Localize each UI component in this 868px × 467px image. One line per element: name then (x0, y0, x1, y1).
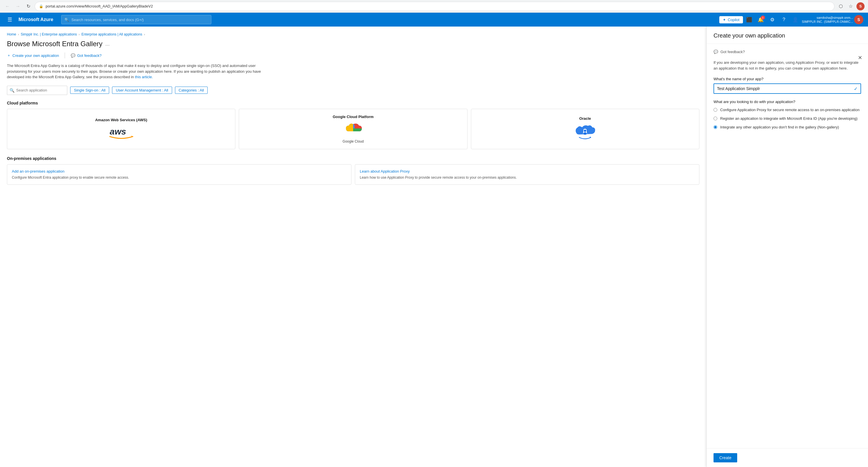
copilot-label: Copilot (728, 18, 739, 22)
user-avatar[interactable]: S (854, 15, 863, 24)
oracle-card[interactable]: Oracle (471, 109, 700, 149)
aws-logo: aws (108, 124, 134, 140)
breadcrumb-home[interactable]: Home (7, 32, 16, 36)
panel-body: 💬 Got feedback? If you are developing yo… (707, 44, 868, 448)
help-button[interactable]: ? (779, 14, 789, 25)
cloud-platforms-grid: Amazon Web Services (AWS) aws Google Clo… (7, 109, 700, 149)
app-name-input-wrap[interactable]: ✓ (714, 84, 861, 94)
onprem-card-1[interactable]: Learn about Application Proxy Learn how … (355, 164, 700, 185)
panel-feedback-row: 💬 Got feedback? (714, 49, 861, 54)
svg-marker-3 (590, 136, 591, 138)
panel-footer: Create (707, 448, 868, 467)
svg-text:aws: aws (110, 127, 126, 136)
copilot-button[interactable]: ✦ Copilot (719, 16, 743, 23)
panel-title: Create your own application (714, 32, 861, 39)
breadcrumb: Home › Simpplr Inc. | Enterprise applica… (7, 32, 700, 36)
onprem-card-title-0: Add an on-premises application (12, 169, 346, 173)
panel-feedback-label: Got feedback? (720, 49, 745, 54)
description-link[interactable]: this article. (135, 75, 153, 79)
breadcrumb-section[interactable]: Enterprise applications | All applicatio… (82, 32, 142, 36)
copilot-icon: ✦ (723, 18, 726, 22)
radio-opt3-label[interactable]: Integrate any other application you don'… (720, 125, 839, 130)
reload-button[interactable]: ↻ (24, 2, 32, 10)
onprem-card-desc-0: Configure Microsoft Entra application pr… (12, 175, 346, 180)
search-input[interactable] (16, 88, 65, 92)
lock-icon: 🔒 (39, 4, 43, 8)
onprem-grid: Add an on-premises application Configure… (7, 164, 700, 185)
onprem-card-title-1: Learn about Application Proxy (360, 169, 694, 173)
cloud-shell-button[interactable]: ⬛ (744, 14, 754, 25)
radio-option-2: Integrate any other application you don'… (714, 125, 861, 130)
azure-top-nav: ☰ Microsoft Azure 🔍 ✦ Copilot ⬛ 🔔 1 ⚙ ? … (0, 13, 868, 27)
main-layout: Home › Simpplr Inc. | Enterprise applica… (0, 27, 868, 467)
app-name-label: What's the name of your app? (714, 77, 861, 81)
gcp-card[interactable]: Google Cloud Platform Google Cloud (239, 109, 467, 149)
onprem-card-desc-1: Learn how to use Application Proxy to pr… (360, 175, 694, 180)
left-content: Home › Simpplr Inc. | Enterprise applica… (0, 27, 706, 467)
breadcrumb-sep-1: › (18, 33, 19, 36)
notification-badge: 1 (761, 15, 765, 20)
actions-divider (65, 53, 65, 58)
page-options-button[interactable]: ... (105, 41, 110, 47)
filter-sso[interactable]: Single Sign-on : All (70, 87, 109, 94)
user-tenant: SIMPPLR INC. (SIMPPLR.ONMIC... (802, 20, 853, 24)
svg-point-2 (584, 130, 586, 132)
feedback-button[interactable]: 💬 Got feedback? (71, 54, 102, 58)
app-name-input[interactable] (717, 86, 854, 91)
create-label: Create (719, 456, 732, 460)
gcp-logo (343, 121, 363, 137)
forward-button[interactable]: → (14, 2, 22, 10)
search-icon-small: 🔍 (9, 88, 14, 93)
create-button[interactable]: Create (714, 453, 737, 462)
directory-button[interactable]: 👤 (790, 14, 801, 25)
create-app-label: Create your own application (12, 54, 59, 58)
radio-opt2[interactable] (714, 116, 717, 120)
onprem-card-0[interactable]: Add an on-premises application Configure… (7, 164, 351, 185)
radio-opt3[interactable] (714, 125, 717, 129)
filter-user-account[interactable]: User Account Management : All (112, 87, 172, 94)
url-text: portal.azure.com/#view/Microsoft_AAD_IAM… (45, 4, 153, 8)
panel-close-button[interactable]: ✕ (855, 53, 865, 62)
feedback-label: Got feedback? (77, 54, 102, 58)
feedback-icon-panel: 💬 (714, 49, 718, 54)
radio-option-1: Register an application to integrate wit… (714, 116, 861, 121)
create-own-app-button[interactable]: ＋ Create your own application (7, 53, 59, 58)
check-icon: ✓ (854, 86, 858, 92)
plus-icon: ＋ (7, 53, 11, 58)
page-description: The Microsoft Entra App Gallery is a cat… (7, 63, 267, 80)
actions-row: ＋ Create your own application 💬 Got feed… (7, 53, 700, 58)
external-link-button[interactable]: ⬡ (837, 2, 845, 10)
panel-header: Create your own application (707, 27, 868, 44)
filter-row: 🔍 Single Sign-on : All User Account Mana… (7, 86, 700, 95)
feedback-icon: 💬 (71, 54, 75, 58)
panel-intro: If you are developing your own applicati… (714, 60, 861, 71)
radio-opt2-label[interactable]: Register an application to integrate wit… (720, 116, 858, 121)
cloud-platforms-title: Cloud platforms (7, 101, 700, 105)
aws-card-name: Amazon Web Services (AWS) (95, 118, 147, 122)
filter-categories[interactable]: Categories : All (175, 87, 208, 94)
right-panel: Create your own application ✕ 💬 Got feed… (706, 27, 868, 467)
azure-search-input[interactable] (71, 18, 208, 22)
bookmark-button[interactable]: ☆ (847, 2, 855, 10)
search-icon: 🔍 (64, 18, 69, 22)
breadcrumb-company[interactable]: Simpplr Inc. | Enterprise applications (21, 32, 77, 36)
purpose-label: What are you looking to do with your app… (714, 100, 861, 104)
back-button[interactable]: ← (3, 2, 11, 10)
browser-chrome: ← → ↻ 🔒 portal.azure.com/#view/Microsoft… (0, 0, 868, 13)
settings-button[interactable]: ⚙ (767, 14, 778, 25)
search-input-wrap[interactable]: 🔍 (7, 86, 67, 95)
hamburger-menu[interactable]: ☰ (5, 14, 15, 25)
azure-search-bar[interactable]: 🔍 (61, 15, 211, 24)
notifications-button[interactable]: 🔔 1 (756, 14, 766, 25)
breadcrumb-sep-3: › (144, 33, 145, 36)
aws-card[interactable]: Amazon Web Services (AWS) aws (7, 109, 235, 149)
azure-nav-actions: ✦ Copilot ⬛ 🔔 1 ⚙ ? 👤 samiksha@simpplr.o… (719, 14, 863, 25)
gcp-sub-label: Google Cloud (342, 139, 364, 143)
user-email: samiksha@simpplr.onm... (816, 15, 853, 20)
gcp-card-name: Google Cloud Platform (333, 114, 374, 119)
radio-opt1-label[interactable]: Configure Application Proxy for secure r… (720, 107, 860, 112)
address-bar[interactable]: 🔒 portal.azure.com/#view/Microsoft_AAD_I… (35, 2, 835, 11)
radio-opt1[interactable] (714, 108, 717, 112)
profile-circle[interactable]: S (857, 2, 865, 10)
user-info[interactable]: samiksha@simpplr.onm... SIMPPLR INC. (SI… (802, 15, 853, 24)
